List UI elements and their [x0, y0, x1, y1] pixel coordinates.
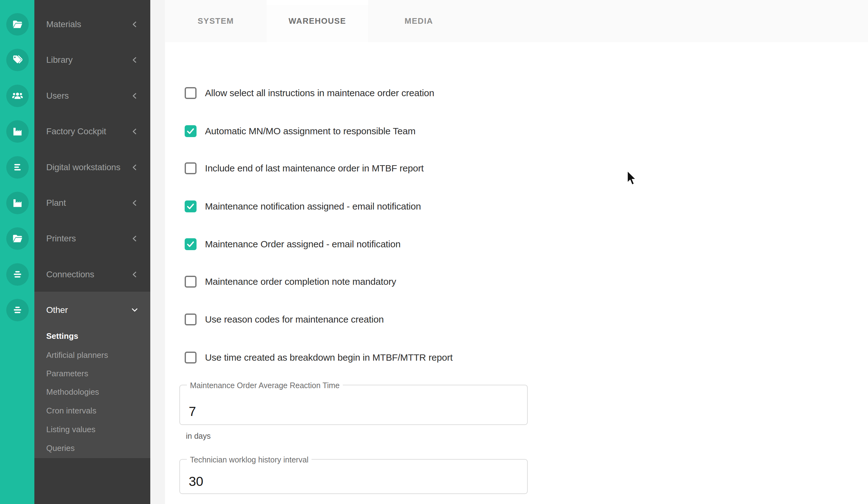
chevron-left-icon — [130, 270, 140, 280]
checkbox-label: Use reason codes for maintenance creatio… — [205, 314, 384, 325]
subitem-label: Artificial planners — [46, 350, 108, 360]
sidebar-item-digital-workstations[interactable]: Digital workstations — [34, 149, 150, 185]
sidebar-item-label: Other — [46, 305, 130, 315]
sidebar-item-users[interactable]: Users — [34, 78, 150, 114]
subitem-label: Listing values — [46, 425, 96, 434]
checkbox[interactable] — [185, 125, 197, 137]
chevron-left-icon — [130, 126, 140, 136]
checkbox[interactable] — [185, 200, 197, 212]
tab-warehouse[interactable]: WAREHOUSE — [267, 0, 368, 42]
checkbox-label: Allow select all instructions in mainten… — [205, 88, 434, 98]
sidebar-subitem-settings[interactable]: Settings — [46, 327, 79, 345]
users-group-icon[interactable] — [6, 85, 29, 107]
sidebar-subitem-listing-values[interactable]: Listing values — [46, 420, 96, 439]
checkbox[interactable] — [185, 351, 197, 364]
tab-label: MEDIA — [405, 16, 433, 26]
sidebar-item-label: Connections — [46, 270, 130, 280]
checkbox-label: Automatic MN/MO assignment to responsibl… — [205, 126, 415, 136]
sidebar-subitem-parameters[interactable]: Parameters — [46, 364, 88, 383]
sidebar-item-printers[interactable]: Printers — [34, 221, 150, 256]
checkbox[interactable] — [185, 87, 197, 99]
checkbox[interactable] — [185, 314, 197, 325]
subitem-label: Parameters — [46, 369, 88, 378]
sidebar-subitem-artificial-planners[interactable]: Artificial planners — [46, 346, 108, 365]
field-helper-text: in days — [186, 432, 210, 441]
sidebar-item-label: Materials — [46, 19, 130, 29]
field-label: Technician worklog history interval — [187, 455, 311, 465]
tab-label: SYSTEM — [198, 16, 234, 26]
sidebar-subitem-cron-intervals[interactable]: Cron intervals — [46, 401, 96, 420]
checkbox[interactable] — [185, 276, 197, 287]
worklog-interval-field[interactable]: Technician worklog history interval 30 — [179, 459, 528, 494]
checkbox-row-allow-select-all[interactable]: Allow select all instructions in mainten… — [185, 87, 434, 99]
checkbox-label: Maintenance order completion note mandat… — [205, 276, 396, 287]
sidebar-subitem-methodologies[interactable]: Methodologies — [46, 382, 99, 401]
checkbox-label: Include end of last maintenance order in… — [205, 163, 424, 174]
sidebar-item-factory-cockpit[interactable]: Factory Cockpit — [34, 114, 150, 149]
sidebar-item-connections[interactable]: Connections — [34, 257, 150, 292]
mouse-cursor — [627, 170, 638, 187]
sidebar-item-label: Users — [46, 91, 130, 101]
materials-folder-open-icon[interactable] — [6, 13, 29, 35]
checkbox-label: Use time created as breakdown begin in M… — [205, 352, 453, 363]
subitem-label: Queries — [46, 443, 75, 453]
library-tag-icon[interactable] — [6, 49, 29, 71]
sidebar-item-label: Printers — [46, 233, 130, 244]
sidebar-item-plant[interactable]: Plant — [34, 185, 150, 221]
sidebar-item-library[interactable]: Library — [34, 42, 150, 78]
reaction-time-value[interactable]: 7 — [189, 404, 196, 419]
tab-system[interactable]: SYSTEM — [165, 0, 267, 42]
sidebar-item-other[interactable]: Other — [34, 292, 150, 328]
factory-cockpit-icon[interactable] — [6, 120, 29, 143]
chevron-left-icon — [130, 162, 140, 172]
subitem-label: Methodologies — [46, 387, 99, 397]
app-root: Materials Library Users Factory Cockpit … — [0, 0, 868, 504]
sidebar-gutter — [150, 0, 165, 504]
plant-factory-icon[interactable] — [6, 192, 29, 214]
reaction-time-field[interactable]: Maintenance Order Average Reaction Time … — [179, 385, 528, 425]
checkbox-row-include-end-mtbf[interactable]: Include end of last maintenance order in… — [185, 162, 424, 174]
subitem-label: Cron intervals — [46, 406, 96, 416]
tab-bar: SYSTEM WAREHOUSE MEDIA — [165, 0, 868, 42]
checkbox-row-mo-assigned-email[interactable]: Maintenance Order assigned - email notif… — [185, 238, 401, 250]
other-lines-icon[interactable] — [6, 299, 29, 321]
sidebar-item-label: Plant — [46, 198, 130, 208]
chevron-left-icon — [130, 198, 140, 208]
tab-media[interactable]: MEDIA — [368, 0, 469, 42]
checkbox-label: Maintenance Order assigned - email notif… — [205, 239, 401, 250]
checkbox[interactable] — [185, 162, 197, 174]
printers-folder-open-icon[interactable] — [6, 227, 29, 250]
sidebar-item-label: Factory Cockpit — [46, 126, 130, 136]
chevron-down-icon — [130, 305, 140, 315]
chevron-left-icon — [130, 233, 140, 244]
subitem-label: Settings — [46, 331, 79, 341]
connections-lines-icon[interactable] — [6, 263, 29, 286]
digital-workstations-lines-icon[interactable] — [6, 156, 29, 179]
checkbox[interactable] — [185, 238, 197, 250]
checkbox-label: Maintenance notification assigned - emai… — [205, 201, 421, 212]
checkbox-row-completion-note[interactable]: Maintenance order completion note mandat… — [185, 276, 396, 287]
sidebar-item-label: Digital workstations — [46, 162, 130, 172]
checkbox-row-time-created-breakdown[interactable]: Use time created as breakdown begin in M… — [185, 351, 453, 364]
chevron-left-icon — [130, 55, 140, 65]
worklog-interval-value[interactable]: 30 — [189, 474, 204, 489]
checkbox-row-automatic-mn-mo[interactable]: Automatic MN/MO assignment to responsibl… — [185, 125, 415, 137]
sidebar-item-label: Library — [46, 55, 130, 65]
chevron-left-icon — [130, 91, 140, 101]
checkbox-row-reason-codes[interactable]: Use reason codes for maintenance creatio… — [185, 314, 384, 325]
main-content: SYSTEM WAREHOUSE MEDIA Allow select all … — [165, 0, 868, 504]
sidebar-item-materials[interactable]: Materials — [34, 7, 150, 42]
checkbox-row-mn-assigned-email[interactable]: Maintenance notification assigned - emai… — [185, 200, 421, 212]
icon-rail — [0, 0, 34, 504]
field-label: Maintenance Order Average Reaction Time — [187, 380, 343, 390]
sidebar-subitem-queries[interactable]: Queries — [46, 439, 75, 458]
sidebar: Materials Library Users Factory Cockpit … — [34, 0, 150, 504]
tab-label: WAREHOUSE — [289, 16, 346, 26]
chevron-left-icon — [130, 19, 140, 29]
